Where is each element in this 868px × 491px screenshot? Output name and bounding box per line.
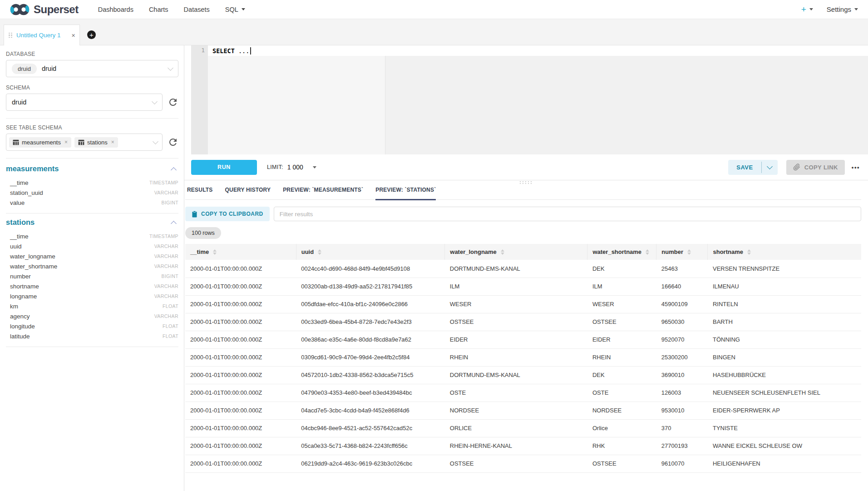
- column-header-time[interactable]: __time: [185, 244, 296, 260]
- new-item-button[interactable]: +: [801, 5, 813, 15]
- filter-results-input[interactable]: [274, 207, 861, 221]
- close-tab-icon[interactable]: ×: [72, 32, 75, 39]
- table-cell: 2000-01-01T00:00:00.000Z: [185, 331, 296, 348]
- column-header-shortname[interactable]: shortname: [708, 244, 861, 260]
- column-header-label: number: [661, 248, 683, 255]
- clipboard-icon: [192, 211, 197, 218]
- table-cell: DORTMUND-EMS-KANAL: [445, 260, 587, 278]
- refresh-tables-icon[interactable]: [168, 137, 178, 148]
- database-select[interactable]: druid druid: [6, 60, 178, 77]
- refresh-schema-icon[interactable]: [168, 97, 178, 108]
- sql-editor[interactable]: 1 SELECT ...: [191, 45, 868, 154]
- table-cell: NORDSEE: [445, 402, 587, 419]
- table-cell: 04790e03-4353-4e80-beef-b3ed439484bc: [296, 384, 445, 402]
- superset-brand[interactable]: Superset: [10, 3, 79, 16]
- table-cell: VERSEN TRENNSPITZE: [708, 260, 861, 278]
- table-cell: RHEIN-HERNE-KANAL: [445, 437, 587, 455]
- table-cell: 05ca0e33-5c71-4368-b824-2243fcff656c: [296, 437, 445, 455]
- more-menu-button[interactable]: •••: [852, 164, 860, 171]
- sort-icon: [501, 249, 504, 255]
- column-type: TIMESTAMP: [149, 233, 178, 239]
- results-tab-preview-stations[interactable]: PREVIEW: `STATIONS`: [375, 187, 436, 200]
- column-name: value: [10, 199, 25, 206]
- settings-menu[interactable]: Settings: [827, 5, 858, 13]
- table-cell: 06219dd9-a2c4-463c-9619-623b3c026cbc: [296, 455, 445, 472]
- table-cell: ILM: [445, 278, 587, 295]
- limit-dropdown[interactable]: LIMIT: 1 000: [267, 164, 316, 171]
- sort-icon: [213, 249, 217, 255]
- table-cell: 9530010: [656, 402, 708, 419]
- table-cell: 00c33ed9-6bea-45b4-8728-7edc7e43e2f3: [296, 313, 445, 331]
- schema-select[interactable]: druid: [6, 94, 163, 111]
- table-row: 2000-01-01T00:00:00.000Z0309cd61-90c9-47…: [185, 348, 861, 366]
- column-header-water-shortname[interactable]: water_shortname: [587, 244, 656, 260]
- table-cell: EIDER: [445, 331, 587, 348]
- table-cell: HEILIGENHAFEN: [708, 455, 861, 472]
- editor-gutter: 1: [191, 45, 208, 154]
- save-options-button[interactable]: [762, 160, 778, 175]
- table-select[interactable]: measurements×stations×: [6, 134, 163, 151]
- table-cell: 2000-01-01T00:00:00.000Z: [185, 260, 296, 278]
- selected-table-pill-stations[interactable]: stations×: [74, 137, 118, 148]
- column-header-number[interactable]: number: [656, 244, 708, 260]
- selected-table-pill-measurements[interactable]: measurements×: [9, 137, 71, 148]
- schema-table-name: stations: [6, 218, 35, 227]
- schema-section-stations: stations__timeTIMESTAMPuuidVARCHARwater_…: [6, 218, 178, 347]
- column-header-label: water_shortname: [592, 248, 641, 255]
- nav-item-charts[interactable]: Charts: [141, 0, 176, 19]
- run-button[interactable]: RUN: [191, 160, 257, 175]
- schema-section-header-measurements[interactable]: measurements: [6, 164, 178, 173]
- schema-column-row: longnameVARCHAR: [6, 291, 178, 301]
- table-cell: OSTSEE: [587, 313, 656, 331]
- results-tab-results[interactable]: RESULTS: [187, 187, 213, 200]
- column-type: VARCHAR: [154, 243, 178, 249]
- drag-handle-icon[interactable]: [9, 33, 12, 38]
- table-cell: 2000-01-01T00:00:00.000Z: [185, 455, 296, 472]
- column-header-water-longname[interactable]: water_longname: [445, 244, 587, 260]
- add-tab-button[interactable]: +: [87, 30, 96, 39]
- selected-table-name: stations: [87, 139, 108, 146]
- copy-link-button[interactable]: COPY LINK: [786, 160, 845, 175]
- table-cell: 005dfdae-efcc-410a-bf1c-24096e0c2866: [296, 295, 445, 313]
- sort-icon: [646, 249, 649, 255]
- table-row: 2000-01-01T00:00:00.000Z005dfdae-efcc-41…: [185, 295, 861, 313]
- table-cell: 04572010-1db2-4338-8562-b3dca5e715c5: [296, 366, 445, 384]
- query-tab-untitled-1[interactable]: Untitled Query 1 ×: [4, 25, 80, 45]
- remove-table-icon[interactable]: ×: [111, 139, 114, 145]
- settings-label: Settings: [827, 5, 851, 13]
- table-cell: 166640: [656, 278, 708, 295]
- table-cell: EIDER-SPERRWERK AP: [708, 402, 861, 419]
- table-row: 2000-01-01T00:00:00.000Z00c33ed9-6bea-45…: [185, 313, 861, 331]
- table-cell: HASEHUBBRÜCKE: [708, 366, 861, 384]
- divider: [6, 118, 178, 119]
- table-cell: WESER: [587, 295, 656, 313]
- schema-column-row: longitudeFLOAT: [6, 321, 178, 331]
- table-cell: ORLICE: [445, 419, 587, 437]
- paperclip-icon: [793, 164, 800, 171]
- nav-item-sql[interactable]: SQL: [217, 0, 253, 19]
- results-tab-query-history[interactable]: QUERY HISTORY: [225, 187, 271, 200]
- column-type: VARCHAR: [154, 313, 178, 319]
- remove-table-icon[interactable]: ×: [64, 139, 68, 145]
- table-cell: OSTE: [445, 384, 587, 402]
- navbar-right: + Settings: [801, 5, 858, 15]
- column-header-uuid[interactable]: uuid: [296, 244, 445, 260]
- chevron-down-icon: [854, 8, 858, 10]
- schema-section-header-stations[interactable]: stations: [6, 218, 178, 227]
- chevron-up-icon: [171, 167, 177, 173]
- results-tab-preview-measurements[interactable]: PREVIEW: `MEASUREMENTS`: [283, 187, 363, 200]
- nav-item-dashboards[interactable]: Dashboards: [90, 0, 141, 19]
- sqllab-sidebar: DATABASE druid druid SCHEMA druid SEE TA…: [0, 45, 184, 491]
- save-button[interactable]: SAVE: [728, 160, 761, 175]
- copy-to-clipboard-button[interactable]: COPY TO CLIPBOARD: [185, 207, 270, 221]
- schema-column-row: water_longnameVARCHAR: [6, 251, 178, 261]
- column-header-label: water_longname: [450, 248, 497, 255]
- superset-logo-icon: [10, 3, 30, 16]
- column-header-label: __time: [190, 248, 209, 255]
- table-cell: 27700193: [656, 437, 708, 455]
- nav-item-datasets[interactable]: Datasets: [176, 0, 217, 19]
- table-cell: 126003: [656, 384, 708, 402]
- resize-grip-icon[interactable]: [520, 181, 533, 184]
- table-cell: OSTSEE: [587, 455, 656, 472]
- editor-active-line[interactable]: SELECT ...: [208, 45, 868, 56]
